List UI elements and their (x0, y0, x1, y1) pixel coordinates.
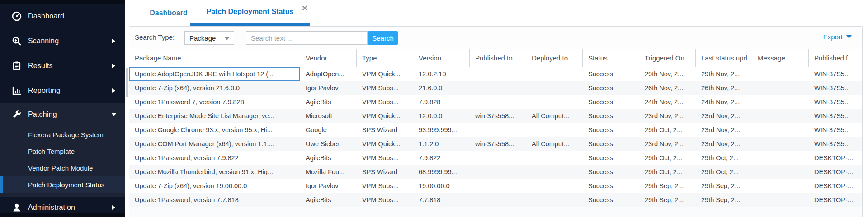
table-cell[interactable]: AgileBits (300, 95, 357, 109)
table-cell[interactable]: Success (583, 193, 639, 207)
table-cell[interactable]: Igor Pavlov (300, 179, 357, 193)
table-cell[interactable] (526, 179, 583, 193)
table-cell[interactable]: 12.0.0.0 (413, 109, 470, 123)
table-cell[interactable] (470, 67, 526, 81)
table-cell[interactable]: Update 1Password, version 7.9.822 (129, 151, 300, 165)
table-cell[interactable]: 23rd Nov, 2... (639, 137, 696, 151)
column-header[interactable]: Message (752, 49, 809, 67)
table-cell[interactable]: Success (583, 109, 639, 123)
table-cell[interactable]: Update 7-Zip (x64), version 19.00.00.0 (129, 179, 300, 193)
column-header[interactable]: Deployed to (526, 49, 583, 67)
table-cell[interactable]: 7.9.822 (413, 151, 470, 165)
column-header[interactable]: Type (357, 49, 413, 67)
table-cell[interactable]: Igor Pavlov (300, 81, 357, 95)
table-cell[interactable]: WIN-37S5... (809, 109, 862, 123)
table-cell[interactable]: 29th Nov, 2... (696, 67, 752, 81)
table-cell[interactable] (752, 151, 809, 165)
table-cell[interactable]: 7.7.818 (413, 193, 470, 207)
table-cell[interactable]: 23rd Nov, 2... (639, 109, 696, 123)
table-cell[interactable] (526, 151, 583, 165)
search-type-select[interactable]: Package (184, 31, 234, 45)
column-header[interactable]: Package Name (129, 49, 300, 67)
tab-dashboard[interactable]: Dashboard (139, 0, 198, 26)
table-cell[interactable] (526, 123, 583, 137)
table-cell[interactable]: Update Enterprise Mode Site List Manager… (129, 109, 300, 123)
table-cell[interactable]: Update 1Password 7, version 7.9.828 (129, 95, 300, 109)
table-cell[interactable]: 29th Sep, 2... (696, 179, 752, 193)
table-cell[interactable]: WIN-37S5... (809, 81, 862, 95)
table-cell[interactable]: 7.9.828 (413, 95, 470, 109)
table-cell[interactable]: 29th Oct, 2... (639, 151, 696, 165)
table-cell[interactable]: VPM Subs... (357, 81, 413, 95)
table-cell[interactable] (752, 67, 809, 81)
table-cell[interactable]: 29th Oct, 2... (696, 165, 752, 179)
table-cell[interactable]: 29th Sep, 2... (639, 193, 696, 207)
table-cell[interactable]: VPM Quick... (357, 67, 413, 81)
column-header[interactable]: Vendor (300, 49, 357, 67)
table-row[interactable]: Update COM Port Manager (x64), version 1… (129, 137, 862, 151)
sidebar-scrollbar[interactable] (125, 0, 129, 217)
table-cell[interactable]: 68.9999.99... (413, 165, 470, 179)
table-cell[interactable] (470, 151, 526, 165)
table-cell[interactable] (752, 165, 809, 179)
table-cell[interactable] (752, 109, 809, 123)
table-cell[interactable]: SPS Wizard (357, 123, 413, 137)
table-cell[interactable]: All Comput... (526, 137, 583, 151)
table-row[interactable]: Update 1Password, version 7.7.818AgileBi… (129, 193, 862, 207)
sidebar-item-dashboard[interactable]: Dashboard (0, 4, 125, 28)
table-cell[interactable]: win-37s558... (470, 137, 526, 151)
table-cell[interactable] (526, 95, 583, 109)
table-cell[interactable]: 29th Sep, 2... (639, 179, 696, 193)
column-header[interactable]: Published f... (809, 49, 862, 67)
table-cell[interactable]: VPM Quick... (357, 109, 413, 123)
table-cell[interactable]: win-37s558... (470, 109, 526, 123)
table-cell[interactable]: 29th Nov, 2... (639, 67, 696, 81)
table-cell[interactable]: DESKTOP-... (809, 165, 862, 179)
table-cell[interactable]: Success (583, 123, 639, 137)
table-cell[interactable]: VPM Subs... (357, 179, 413, 193)
column-header[interactable]: Published to (470, 49, 526, 67)
sidebar-item-flexera-package-system[interactable]: Flexera Package System (0, 126, 125, 143)
table-cell[interactable]: Success (583, 151, 639, 165)
table-cell[interactable]: 23rd Nov, 2... (696, 109, 752, 123)
table-cell[interactable]: Success (583, 95, 639, 109)
table-cell[interactable]: Mozilla Fou... (300, 165, 357, 179)
table-cell[interactable] (470, 123, 526, 137)
sidebar-item-patch-template[interactable]: Patch Template (0, 143, 125, 160)
sidebar-item-results[interactable]: Results (0, 53, 125, 78)
scrollbar-thumb[interactable] (126, 68, 128, 97)
table-cell[interactable]: Success (583, 179, 639, 193)
table-cell[interactable] (752, 193, 809, 207)
table-cell[interactable] (752, 179, 809, 193)
column-header[interactable]: Triggered On (639, 49, 696, 67)
table-cell[interactable] (470, 95, 526, 109)
table-cell[interactable]: WIN-37S5... (809, 123, 862, 137)
table-cell[interactable]: DESKTOP-... (809, 179, 862, 193)
table-row[interactable]: Update 7-Zip (x64), version 21.6.0.0Igor… (129, 81, 862, 95)
table-row[interactable]: Update 1Password 7, version 7.9.828Agile… (129, 95, 862, 109)
table-cell[interactable]: 29th Oct, 2... (639, 165, 696, 179)
table-cell[interactable] (470, 193, 526, 207)
table-cell[interactable]: Success (583, 165, 639, 179)
search-input[interactable] (246, 31, 368, 45)
table-cell[interactable]: Google (300, 123, 357, 137)
column-header[interactable]: Version (413, 49, 470, 67)
table-cell[interactable]: 93.999.999... (413, 123, 470, 137)
sidebar-item-vendor-patch-module[interactable]: Vendor Patch Module (0, 160, 125, 176)
sidebar-item-patch-deployment-status[interactable]: Patch Deployment Status (0, 176, 125, 193)
table-cell[interactable]: 26th Nov, 2... (639, 81, 696, 95)
tab-patch-deployment-status[interactable]: Patch Deployment Status (190, 0, 310, 26)
table-cell[interactable]: 21.6.0.0 (413, 81, 470, 95)
table-cell[interactable]: AdoptOpen... (300, 67, 357, 81)
table-cell[interactable]: Update AdoptOpenJDK JRE with Hotspot 12 … (129, 67, 300, 81)
table-cell[interactable]: Success (583, 81, 639, 95)
table-cell[interactable]: Success (583, 137, 639, 151)
sidebar-item-patching[interactable]: Patching (0, 103, 125, 126)
export-button[interactable]: Export (823, 33, 852, 41)
table-cell[interactable] (470, 165, 526, 179)
table-cell[interactable] (752, 81, 809, 95)
table-cell[interactable] (752, 123, 809, 137)
sidebar-item-reporting[interactable]: Reporting (0, 78, 125, 103)
table-cell[interactable]: VPM Subs... (357, 151, 413, 165)
table-row[interactable]: Update Enterprise Mode Site List Manager… (129, 109, 862, 123)
